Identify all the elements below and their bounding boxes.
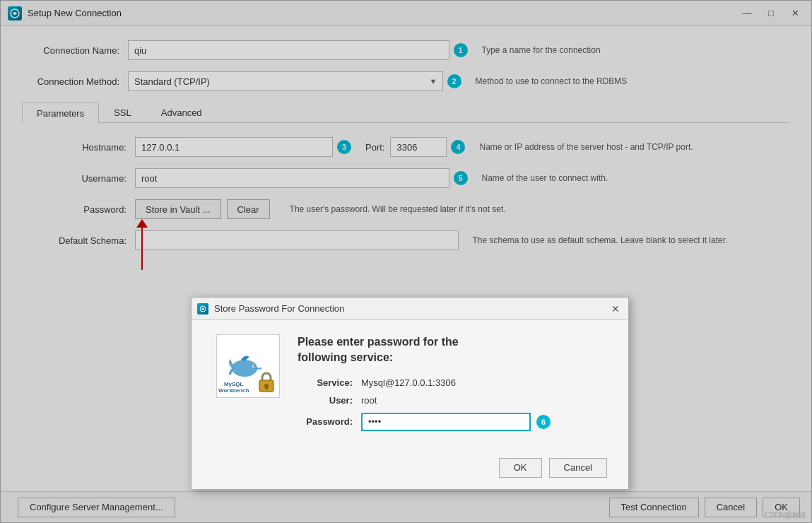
workbench-icon-section: MySQLWorkbench: [213, 334, 283, 438]
user-row: User: root: [298, 395, 607, 406]
modal-overlay: Store Password For Connection ✕: [0, 0, 812, 523]
badge-6: 6: [536, 415, 551, 429]
workbench-logo: MySQLWorkbench: [216, 334, 280, 398]
modal-form: Please enter password for thefollowing s…: [298, 334, 607, 438]
modal-cancel-button[interactable]: Cancel: [549, 458, 607, 478]
watermark: CSDN@秋说: [765, 510, 807, 520]
modal-body: MySQLWorkbench Please enter password for…: [192, 320, 628, 452]
user-label: User:: [298, 395, 361, 406]
user-value: root: [361, 395, 377, 406]
svg-point-4: [254, 365, 255, 367]
modal-password-label: Password:: [298, 416, 361, 427]
store-password-modal: Store Password For Connection ✕: [191, 297, 629, 490]
service-row: Service: Mysql@127.0.0.1:3306: [298, 377, 607, 388]
modal-ok-button[interactable]: OK: [499, 458, 542, 478]
svg-point-2: [232, 360, 257, 377]
workbench-label: MySQLWorkbench: [218, 381, 249, 394]
modal-close-button[interactable]: ✕: [608, 302, 623, 316]
service-label: Service:: [298, 377, 361, 388]
modal-app-icon: [197, 303, 208, 315]
modal-password-row: Password: 6: [298, 413, 607, 431]
modal-heading: Please enter password for thefollowing s…: [298, 334, 607, 366]
modal-footer: OK Cancel: [192, 452, 628, 489]
modal-password-input[interactable]: [361, 413, 531, 431]
service-value: Mysql@127.0.0.1:3306: [361, 377, 456, 388]
modal-title-bar: Store Password For Connection ✕: [192, 298, 628, 320]
svg-rect-7: [265, 386, 268, 389]
lock-icon: [257, 370, 276, 393]
modal-title: Store Password For Connection: [214, 303, 608, 314]
